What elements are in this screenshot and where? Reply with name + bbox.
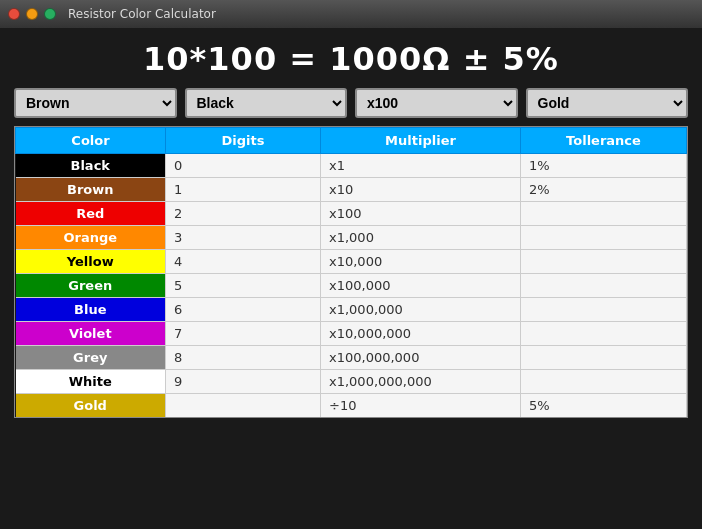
tolerance-select[interactable]: BrownRedGoldSilverNone <box>526 88 689 118</box>
color-cell: Black <box>16 154 166 178</box>
tolerance-cell <box>521 226 687 250</box>
tolerance-cell <box>521 274 687 298</box>
digit-cell: 4 <box>166 250 321 274</box>
table-row: Blue6x1,000,000 <box>16 298 687 322</box>
color-cell: Brown <box>16 178 166 202</box>
table-row: Grey8x100,000,000 <box>16 346 687 370</box>
maximize-button[interactable] <box>44 8 56 20</box>
multiplier-cell: x1,000 <box>321 226 521 250</box>
table-row: Violet7x10,000,000 <box>16 322 687 346</box>
table-row: Brown1x102% <box>16 178 687 202</box>
digit-cell: 5 <box>166 274 321 298</box>
band1-wrapper: BlackBrownRedOrangeYellowGreenBlueViolet… <box>14 88 177 118</box>
header: 10*100 = 1000Ω ± 5% <box>0 28 702 88</box>
table-body: Black0x11%Brown1x102%Red2x100Orange3x1,0… <box>16 154 687 418</box>
table-header: Color Digits Multiplier Tollerance <box>16 128 687 154</box>
color-table-container: Color Digits Multiplier Tollerance Black… <box>14 126 688 418</box>
band2-select[interactable]: BlackBrownRedOrangeYellowGreenBlueViolet… <box>185 88 348 118</box>
color-cell: Orange <box>16 226 166 250</box>
digit-cell: 2 <box>166 202 321 226</box>
color-cell: Yellow <box>16 250 166 274</box>
multiplier-cell: ÷10 <box>321 394 521 418</box>
multiplier-cell: x1,000,000 <box>321 298 521 322</box>
digit-cell: 6 <box>166 298 321 322</box>
color-table: Color Digits Multiplier Tollerance Black… <box>15 127 687 417</box>
multiplier-cell: x10,000,000 <box>321 322 521 346</box>
col-header-multiplier: Multiplier <box>321 128 521 154</box>
multiplier-wrapper: x1x10x100x1,000x10,000x100,000x1,000,000… <box>355 88 518 118</box>
multiplier-cell: x1 <box>321 154 521 178</box>
col-header-color: Color <box>16 128 166 154</box>
multiplier-cell: x10,000 <box>321 250 521 274</box>
table-row: Red2x100 <box>16 202 687 226</box>
title-bar: Resistor Color Calculator <box>0 0 702 28</box>
digit-cell: 7 <box>166 322 321 346</box>
window-title: Resistor Color Calculator <box>68 7 216 21</box>
table-row: White9x1,000,000,000 <box>16 370 687 394</box>
band1-select[interactable]: BlackBrownRedOrangeYellowGreenBlueViolet… <box>14 88 177 118</box>
table-row: Yellow4x10,000 <box>16 250 687 274</box>
digit-cell <box>166 394 321 418</box>
table-row: Black0x11% <box>16 154 687 178</box>
multiplier-cell: x100,000 <box>321 274 521 298</box>
multiplier-cell: x1,000,000,000 <box>321 370 521 394</box>
tolerance-cell: 5% <box>521 394 687 418</box>
digit-cell: 9 <box>166 370 321 394</box>
table-row: Orange3x1,000 <box>16 226 687 250</box>
table-row: Green5x100,000 <box>16 274 687 298</box>
tolerance-cell: 2% <box>521 178 687 202</box>
color-cell: Violet <box>16 322 166 346</box>
color-cell: Grey <box>16 346 166 370</box>
multiplier-cell: x100,000,000 <box>321 346 521 370</box>
multiplier-select[interactable]: x1x10x100x1,000x10,000x100,000x1,000,000… <box>355 88 518 118</box>
tolerance-cell <box>521 298 687 322</box>
close-button[interactable] <box>8 8 20 20</box>
formula-display: 10*100 = 1000Ω ± 5% <box>0 40 702 78</box>
digit-cell: 1 <box>166 178 321 202</box>
digit-cell: 3 <box>166 226 321 250</box>
multiplier-cell: x100 <box>321 202 521 226</box>
dropdowns-row: BlackBrownRedOrangeYellowGreenBlueViolet… <box>0 88 702 126</box>
table-row: Gold÷105% <box>16 394 687 418</box>
color-cell: Red <box>16 202 166 226</box>
color-cell: Green <box>16 274 166 298</box>
color-cell: Blue <box>16 298 166 322</box>
tolerance-cell: 1% <box>521 154 687 178</box>
digit-cell: 8 <box>166 346 321 370</box>
band2-wrapper: BlackBrownRedOrangeYellowGreenBlueViolet… <box>185 88 348 118</box>
color-cell: White <box>16 370 166 394</box>
tolerance-wrapper: BrownRedGoldSilverNone <box>526 88 689 118</box>
color-cell: Gold <box>16 394 166 418</box>
tolerance-cell <box>521 322 687 346</box>
tolerance-cell <box>521 250 687 274</box>
tolerance-cell <box>521 346 687 370</box>
minimize-button[interactable] <box>26 8 38 20</box>
tolerance-cell <box>521 202 687 226</box>
digit-cell: 0 <box>166 154 321 178</box>
col-header-tolerance: Tollerance <box>521 128 687 154</box>
multiplier-cell: x10 <box>321 178 521 202</box>
tolerance-cell <box>521 370 687 394</box>
col-header-digits: Digits <box>166 128 321 154</box>
